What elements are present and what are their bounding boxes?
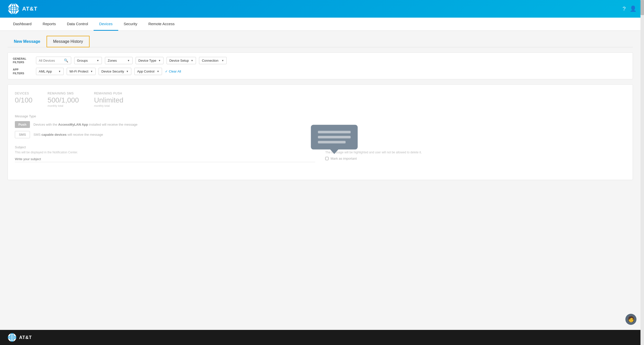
subject-field: Subject This will be displayed in the No… [15,145,315,162]
footer-logo: AT&T [8,333,32,342]
tab-message-history[interactable]: Message History [47,36,90,47]
important-message-sublabel: The message will be highlighted and user… [325,151,626,154]
search-input[interactable] [39,59,64,62]
chevron-down-icon: ▼ [191,59,193,62]
device-type-dropdown[interactable]: Device Type ▼ [136,57,164,64]
popup-line-2 [318,136,351,139]
aml-app-label: AML App [39,70,52,73]
important-message-label: Important message [325,145,626,149]
sms-button[interactable]: SMS [15,131,30,138]
nav-data-control[interactable]: Data Control [61,18,94,31]
chevron-down-icon: ▼ [222,59,224,62]
footer-brand: AT&T [19,335,32,340]
nav-security[interactable]: Security [118,18,143,31]
user-icon: 👤 [630,6,636,12]
chevron-down-icon: ▼ [58,70,61,73]
mark-important-row: Mark as important [325,157,626,160]
zones-dropdown[interactable]: Zones ▼ [105,57,133,64]
zones-label: Zones [108,59,117,62]
help-button[interactable]: ? [623,6,626,12]
all-devices-search[interactable]: 🔍 [36,57,71,64]
stat-sms: Remaining SMS 500/1,000 monthly total [48,92,79,107]
app-control-dropdown[interactable]: App Control ▼ [134,68,162,75]
chat-avatar-icon: 🧑 [628,316,634,323]
footer-globe-icon [8,333,17,342]
wifi-protect-label: Wi-Fi Protect [69,70,88,73]
chevron-down-icon: ▼ [90,70,93,73]
footer: AT&T [0,330,640,345]
nav-reports[interactable]: Reports [37,18,61,31]
help-icon: ? [623,6,626,12]
brand-name: AT&T [22,6,37,12]
popup-line-1 [318,131,351,133]
new-message-card: Devices 0/100 Remaining SMS 500/1,000 mo… [8,84,633,180]
app-filters-row: APPFILTERS AML App ▼ Wi-Fi Protect ▼ Dev… [13,68,628,75]
connection-label: Connection [202,59,218,62]
header: AT&T ? 👤 [0,0,644,18]
chat-avatar-button[interactable]: 🧑 [625,314,636,325]
checkmark-icon: ✓ [165,70,168,73]
chevron-down-icon: ▼ [97,59,99,62]
clear-all-button[interactable]: ✓ Clear All [165,70,181,73]
groups-dropdown[interactable]: Groups ▼ [74,57,102,64]
main-content: New Message Message History GENERALFILTE… [0,31,640,330]
app-filters-label: APPFILTERS [13,68,33,75]
stat-sms-sublabel: monthly total [48,104,79,107]
stat-push-sublabel: monthly total [94,104,124,107]
stat-push-value: Unlimited [94,96,124,104]
popup-line-3 [318,141,346,144]
message-bubble [311,125,358,150]
nav-remote-access[interactable]: Remote Access [143,18,180,31]
tab-new-message[interactable]: New Message [8,36,47,47]
stat-devices-value: 0/100 [15,96,32,104]
att-globe-icon [8,3,20,15]
connection-dropdown[interactable]: Connection ▼ [199,57,227,64]
mark-important-label: Mark as important [331,157,357,160]
scrollbar-thumb[interactable] [640,0,644,15]
sms-description: SMS capable devices will receive the mes… [33,133,103,136]
subject-input[interactable] [15,156,315,162]
stats-row: Devices 0/100 Remaining SMS 500/1,000 mo… [15,92,626,107]
important-message-field: Important message The message will be hi… [325,145,626,162]
chevron-down-icon: ▼ [127,59,130,62]
filters-panel: GENERALFILTERS 🔍 Groups ▼ Zones ▼ Device… [8,52,633,79]
nav-devices[interactable]: Devices [94,18,118,31]
push-description: Devices with the AccessMyLAN App install… [33,123,138,126]
chevron-down-icon: ▼ [158,59,161,62]
stat-push-label: Remaining Push [94,92,124,95]
general-filters-label: GENERALFILTERS [13,57,33,64]
mark-important-checkbox[interactable] [325,157,329,160]
app-control-label: App Control [137,70,154,73]
device-type-label: Device Type [138,59,156,62]
groups-label: Groups [77,59,88,62]
device-setup-dropdown[interactable]: Device Setup ▼ [167,57,196,64]
stat-push: Remaining Push Unlimited monthly total [94,92,124,107]
push-button[interactable]: Push [15,121,30,128]
wifi-protect-dropdown[interactable]: Wi-Fi Protect ▼ [67,68,96,75]
device-setup-label: Device Setup [169,59,189,62]
device-security-label: Device Security [101,70,124,73]
scrollbar[interactable] [640,0,644,345]
main-nav: Dashboard Reports Data Control Devices S… [0,18,644,31]
header-actions: ? 👤 [623,6,636,12]
subject-sublabel: This will be displayed in the Notificati… [15,151,315,154]
message-type-label: Message Type [15,114,626,118]
aml-app-dropdown[interactable]: AML App ▼ [36,68,64,75]
stat-sms-value: 500/1,000 [48,96,79,104]
tab-bar: New Message Message History [8,36,633,47]
stat-devices: Devices 0/100 [15,92,32,107]
chevron-down-icon: ▼ [157,70,159,73]
device-security-dropdown[interactable]: Device Security ▼ [99,68,131,75]
message-popup-overlay [311,125,358,150]
general-filters-row: GENERALFILTERS 🔍 Groups ▼ Zones ▼ Device… [13,57,628,64]
user-menu-button[interactable]: 👤 [630,6,636,12]
nav-dashboard[interactable]: Dashboard [8,18,37,31]
chevron-down-icon: ▼ [126,70,129,73]
logo-area: AT&T [8,3,37,15]
search-icon: 🔍 [64,58,68,62]
subject-label: Subject [15,145,315,149]
stat-sms-label: Remaining SMS [48,92,79,95]
stat-devices-label: Devices [15,92,32,95]
